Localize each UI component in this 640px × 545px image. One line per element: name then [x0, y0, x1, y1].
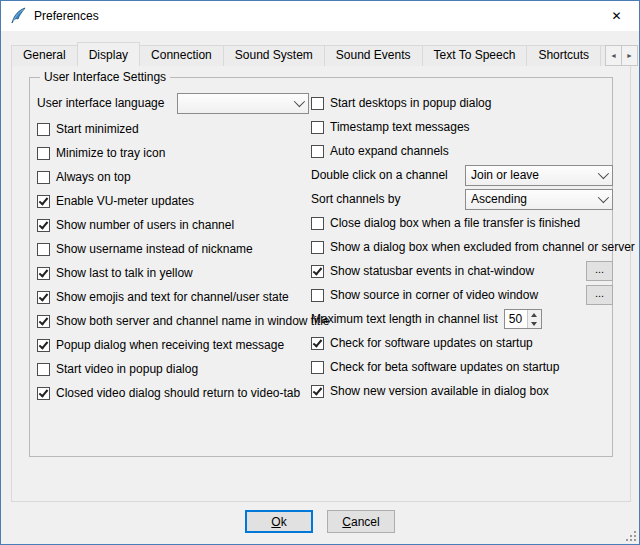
tab-shortcuts[interactable]: Shortcuts [526, 45, 601, 66]
chevron-down-icon [294, 96, 305, 107]
checkbox-label: Show a dialog box when excluded from cha… [330, 240, 635, 254]
checkbox-box[interactable] [311, 289, 324, 302]
footer: Ok Cancel [1, 510, 639, 533]
sort-channels-dropdown[interactable]: Ascending [465, 189, 613, 210]
checkbox-label: Start video in popup dialog [56, 362, 198, 376]
right-column: Start desktops in popup dialog Timestamp… [311, 91, 613, 403]
checkbox-label: Show username instead of nickname [56, 242, 253, 256]
checkbox-box[interactable] [311, 217, 324, 230]
checkbox-box[interactable] [311, 241, 324, 254]
close-icon[interactable]: ✕ [594, 1, 639, 30]
checkbox-desktops-popup[interactable]: Start desktops in popup dialog [311, 91, 613, 115]
checkbox-box[interactable] [37, 147, 50, 160]
checkbox-new-version-dialog[interactable]: Show new version available in dialog box [311, 379, 613, 403]
checkbox-auto-expand-channels[interactable]: Auto expand channels [311, 139, 613, 163]
checkbox-box[interactable] [37, 339, 50, 352]
checkbox-box[interactable] [311, 361, 324, 374]
checkbox-label: Show last to talk in yellow [56, 266, 193, 280]
checkbox-label: Always on top [56, 170, 131, 184]
checkbox-label: Start minimized [56, 122, 139, 136]
checkbox-dialog-when-excluded[interactable]: Show a dialog box when excluded from cha… [311, 235, 613, 259]
tab-connection[interactable]: Connection [139, 45, 224, 66]
max-text-length-value[interactable]: 50 [505, 310, 527, 328]
checkbox-minimize-to-tray[interactable]: Minimize to tray icon [37, 141, 309, 165]
checkbox-popup-on-text-message[interactable]: Popup dialog when receiving text message [37, 333, 309, 357]
preferences-dialog: Preferences ✕ General Display Connection… [0, 0, 640, 545]
max-text-length-spinner[interactable]: 50 [504, 309, 542, 329]
ok-button[interactable]: Ok [245, 510, 313, 533]
language-dropdown[interactable] [177, 93, 309, 114]
checkbox-check-updates[interactable]: Check for software updates on startup [311, 331, 613, 355]
checkbox-closed-video-return-tab[interactable]: Closed video dialog should return to vid… [37, 381, 309, 405]
checkbox-close-on-transfer-finished[interactable]: Close dialog box when a file transfer is… [311, 211, 613, 235]
checkbox-label: Close dialog box when a file transfer is… [330, 216, 580, 230]
checkbox-box[interactable] [37, 387, 50, 400]
left-column: User interface language Start minimized … [37, 89, 309, 405]
checkbox-check-beta-updates[interactable]: Check for beta software updates on start… [311, 355, 613, 379]
checkbox-show-user-count[interactable]: Show number of users in channel [37, 213, 309, 237]
double-click-dropdown[interactable]: Join or leave [465, 165, 613, 186]
checkbox-box[interactable] [37, 315, 50, 328]
tab-display[interactable]: Display [77, 42, 140, 66]
tab-scroll-right-icon[interactable]: ► [621, 45, 638, 66]
checkbox-box[interactable] [311, 97, 324, 110]
checkbox-video-popup-dialog[interactable]: Start video in popup dialog [37, 357, 309, 381]
checkbox-label: Show emojis and text for channel/user st… [56, 290, 289, 304]
checkbox-start-minimized[interactable]: Start minimized [37, 117, 309, 141]
window-title: Preferences [34, 9, 99, 23]
tab-sound-system[interactable]: Sound System [223, 45, 325, 66]
checkbox-box[interactable] [311, 265, 324, 278]
checkbox-label: Show statusbar events in chat-window [330, 264, 534, 278]
tab-text-to-speech[interactable]: Text To Speech [422, 45, 528, 66]
statusbar-events-more-button[interactable]: ... [586, 261, 613, 281]
tab-scroll-left-icon[interactable]: ◄ [605, 45, 622, 66]
checkbox-box[interactable] [37, 291, 50, 304]
tab-general[interactable]: General [11, 45, 78, 66]
checkbox-box[interactable] [37, 219, 50, 232]
checkbox-username-instead-nickname[interactable]: Show username instead of nickname [37, 237, 309, 261]
checkbox-box[interactable] [37, 363, 50, 376]
max-text-length-label: Maximum text length in channel list [311, 312, 498, 326]
checkbox-server-channel-in-title[interactable]: Show both server and channel name in win… [37, 309, 309, 333]
video-source-row: Show source in corner of video window ..… [311, 283, 613, 307]
sort-channels-label: Sort channels by [311, 192, 400, 206]
checkbox-label: Show new version available in dialog box [330, 384, 549, 398]
video-source-more-button[interactable]: ... [586, 285, 613, 305]
checkbox-vu-meter-updates[interactable]: Enable VU-meter updates [37, 189, 309, 213]
checkbox-box[interactable] [37, 123, 50, 136]
chevron-down-icon [598, 192, 609, 203]
checkbox-timestamp-messages[interactable]: Timestamp text messages [311, 115, 613, 139]
titlebar[interactable]: Preferences ✕ [1, 1, 639, 31]
cancel-button[interactable]: Cancel [327, 510, 395, 533]
checkbox-label: Auto expand channels [330, 144, 449, 158]
checkbox-box[interactable] [37, 171, 50, 184]
checkbox-label: Closed video dialog should return to vid… [56, 386, 300, 400]
checkbox-box[interactable] [37, 267, 50, 280]
checkbox-box[interactable] [37, 195, 50, 208]
checkbox-box[interactable] [311, 121, 324, 134]
tab-scrollers: ◄ ► [606, 45, 638, 66]
checkbox-box[interactable] [311, 337, 324, 350]
checkbox-label: Timestamp text messages [330, 120, 470, 134]
checkbox-box[interactable] [37, 243, 50, 256]
double-click-label: Double click on a channel [311, 168, 448, 182]
checkbox-label: Check for beta software updates on start… [330, 360, 559, 374]
group-title: User Interface Settings [40, 70, 170, 84]
double-click-row: Double click on a channel Join or leave [311, 163, 613, 187]
tab-bar: General Display Connection Sound System … [11, 42, 611, 66]
spinner-down-icon[interactable] [528, 319, 541, 328]
app-logo-icon [9, 7, 27, 25]
checkbox-label: Minimize to tray icon [56, 146, 165, 160]
checkbox-label: Start desktops in popup dialog [330, 96, 491, 110]
checkbox-box[interactable] [311, 145, 324, 158]
tab-sound-events[interactable]: Sound Events [324, 45, 423, 66]
checkbox-always-on-top[interactable]: Always on top [37, 165, 309, 189]
sort-channels-row: Sort channels by Ascending [311, 187, 613, 211]
language-label: User interface language [37, 96, 164, 110]
checkbox-box[interactable] [311, 385, 324, 398]
checkbox-label: Enable VU-meter updates [56, 194, 194, 208]
checkbox-emojis-and-text[interactable]: Show emojis and text for channel/user st… [37, 285, 309, 309]
spinner-up-icon[interactable] [528, 310, 541, 319]
checkbox-last-to-talk-yellow[interactable]: Show last to talk in yellow [37, 261, 309, 285]
checkbox-label: Show both server and channel name in win… [56, 314, 330, 328]
